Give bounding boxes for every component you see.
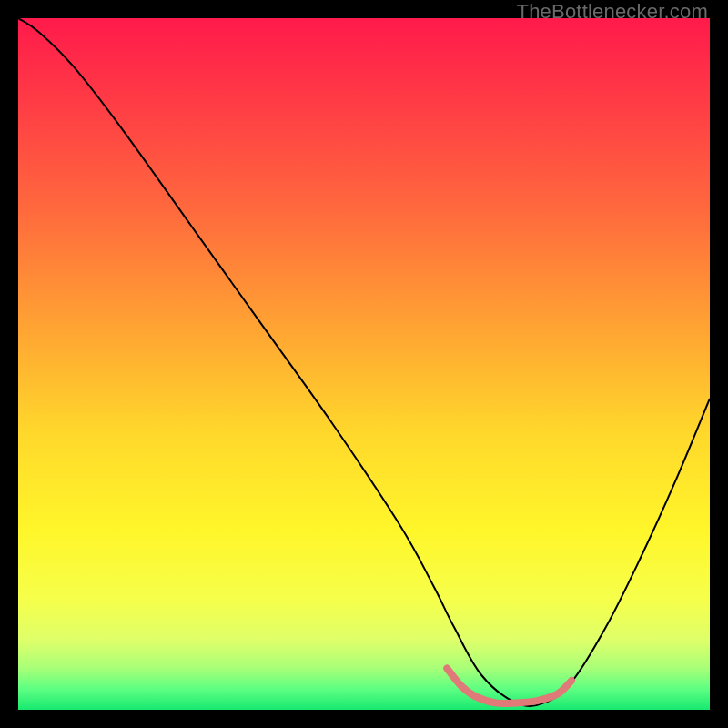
chart-background (18, 18, 710, 710)
bottleneck-chart (18, 18, 710, 710)
chart-frame (18, 18, 710, 710)
watermark-text: TheBottlenecker.com (517, 0, 708, 24)
